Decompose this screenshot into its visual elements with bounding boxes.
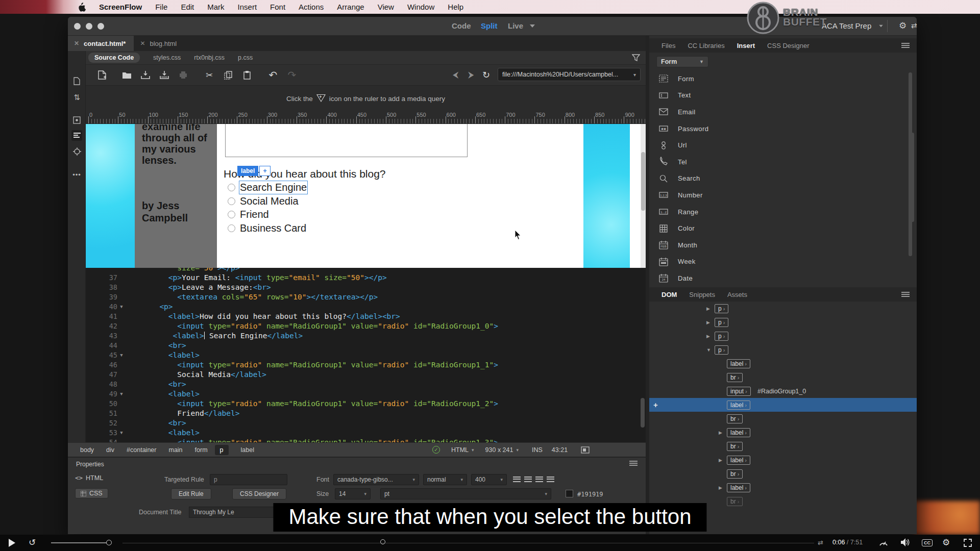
close-tab-icon[interactable]: ✕ xyxy=(140,40,145,47)
collapse-arrow-icon[interactable]: ▼ xyxy=(706,347,711,353)
dom-node-p[interactable]: ▼p xyxy=(649,343,917,357)
code-view[interactable]: size="50"></p>37 <p>Your Email: <input t… xyxy=(86,268,646,442)
close-tab-icon[interactable]: ✕ xyxy=(74,40,79,47)
insert-item-number[interactable]: 1,2,3Number xyxy=(649,187,917,204)
tag-selector-main[interactable]: main xyxy=(168,446,182,454)
insert-item-search[interactable]: Search xyxy=(649,170,917,187)
menu-mark[interactable]: Mark xyxy=(207,3,224,11)
dom-node-label[interactable]: label xyxy=(649,357,917,370)
radio-option-row[interactable]: Social Media xyxy=(228,195,299,207)
view-mode-live[interactable]: Live xyxy=(508,21,523,30)
code-line[interactable]: 51 Friend</label> xyxy=(86,409,646,418)
expand-arrow-icon[interactable]: ▶ xyxy=(706,320,710,325)
design-view[interactable]: examine lifethrough all ofmy variouslens… xyxy=(86,124,646,268)
label-tag-badge[interactable]: label + xyxy=(237,166,271,176)
settings-gear-icon[interactable]: ⚙ xyxy=(899,20,906,31)
insert-item-date[interactable]: 24Date xyxy=(649,270,917,287)
replay-icon[interactable]: ↺ xyxy=(29,537,36,548)
copy-icon[interactable] xyxy=(223,69,234,81)
font-family-combo[interactable]: canada-type-gibso... ▾ xyxy=(333,474,419,485)
code-line[interactable]: 49▼ <label> xyxy=(86,389,646,399)
volume-slider-track[interactable] xyxy=(51,542,109,543)
horizontal-ruler[interactable]: 0501001502002503003504004505005506006507… xyxy=(86,111,646,124)
fold-arrow-icon[interactable]: ▼ xyxy=(117,389,126,399)
code-line[interactable]: 50 <input type="radio" name="RadioGroup1… xyxy=(86,399,646,409)
minimize-window-button[interactable] xyxy=(86,23,92,30)
menu-window[interactable]: Window xyxy=(407,3,434,11)
insert-item-text[interactable]: Text xyxy=(649,87,917,104)
expand-arrow-icon[interactable]: ▶ xyxy=(706,306,710,311)
paste-icon[interactable] xyxy=(241,69,253,81)
insert-item-url[interactable]: Url xyxy=(649,137,917,154)
tag-selector-p[interactable]: p xyxy=(215,445,229,455)
panel-tab-dom[interactable]: DOM xyxy=(662,291,677,298)
dom-node-p[interactable]: ▶p xyxy=(649,329,917,343)
save-all-icon[interactable] xyxy=(159,69,170,81)
insert-item-range[interactable]: 1...2Range xyxy=(649,204,917,220)
insert-item-form[interactable]: Form xyxy=(649,70,917,87)
panel-tab-assets[interactable]: Assets xyxy=(727,291,747,298)
fold-arrow-icon[interactable]: ▼ xyxy=(117,302,126,312)
panel-divider[interactable] xyxy=(646,36,649,534)
fold-arrow-icon[interactable]: ▼ xyxy=(117,428,126,438)
live-view-icon[interactable] xyxy=(71,115,82,126)
code-line[interactable]: 54 <input type="radio" name="RadioGroup1… xyxy=(86,438,646,442)
code-line[interactable]: 48 <br> xyxy=(86,380,646,389)
align-left-icon[interactable] xyxy=(513,477,521,482)
panel-tab-insert[interactable]: Insert xyxy=(737,42,755,49)
dom-panel-menu-icon[interactable] xyxy=(901,292,910,297)
code-line[interactable]: 44 <br> xyxy=(86,341,646,350)
insert-item-month[interactable]: FEBMonth xyxy=(649,237,917,254)
code-line[interactable]: 47 Social Media</label> xyxy=(86,370,646,380)
targeted-rule-combo[interactable]: p xyxy=(210,474,287,485)
code-line[interactable]: size="50"></p> xyxy=(86,268,646,273)
timeline-marker[interactable] xyxy=(380,539,385,544)
document-url-field[interactable]: file:///Macintosh%20HD/Users/campbel... … xyxy=(498,68,641,81)
text-color-swatch[interactable] xyxy=(566,490,573,497)
code-line[interactable]: 46 <input type="radio" name="RadioGroup1… xyxy=(86,360,646,370)
apple-icon[interactable] xyxy=(78,3,86,12)
dom-node-label[interactable]: ▶label xyxy=(649,453,917,467)
panel-tab-files[interactable]: Files xyxy=(662,42,675,49)
sync-icon[interactable]: ⇄ xyxy=(911,21,917,30)
filter-funnel-icon[interactable] xyxy=(632,54,640,61)
doc-tab-contact[interactable]: ✕ contact.html* xyxy=(68,36,134,51)
volume-slider-knob[interactable] xyxy=(106,540,112,545)
dom-node-br[interactable]: br xyxy=(649,412,917,425)
menu-file[interactable]: File xyxy=(155,3,167,11)
tag-selector-form[interactable]: form xyxy=(195,446,208,454)
cut-icon[interactable]: ✂ xyxy=(204,69,215,81)
dom-node-input-radiogroup[interactable]: input#RadioGroup1_0 xyxy=(649,384,917,398)
expand-arrow-icon[interactable]: ▶ xyxy=(706,334,710,339)
open-folder-icon[interactable] xyxy=(121,69,132,81)
dom-node-label[interactable]: +label xyxy=(649,398,917,412)
code-line[interactable]: 43 <label> Search Engine</label> xyxy=(86,331,646,341)
insert-item-password[interactable]: ✱✱Password xyxy=(649,120,917,137)
related-file-styles-css[interactable]: styles.css xyxy=(153,54,181,61)
insert-item-week[interactable]: Week xyxy=(649,254,917,270)
more-options-icon[interactable]: ••• xyxy=(71,169,82,180)
tag-selector-label[interactable]: label xyxy=(241,446,254,454)
align-center-icon[interactable] xyxy=(524,477,532,482)
add-element-icon[interactable]: + xyxy=(653,400,658,409)
expand-arrow-icon[interactable]: ▶ xyxy=(719,430,722,435)
tag-selector-div[interactable]: div xyxy=(106,446,114,454)
panel-tab-snippets[interactable]: Snippets xyxy=(689,291,715,298)
dom-node-label[interactable]: ▶label xyxy=(649,425,917,439)
edit-rule-button[interactable]: Edit Rule xyxy=(171,488,211,499)
insert-item-email[interactable]: Email xyxy=(649,104,917,120)
format-lines-icon[interactable] xyxy=(71,130,82,141)
label-badge-plus-button[interactable]: + xyxy=(259,166,271,176)
doc-tab-blog[interactable]: ✕ blog.html xyxy=(134,36,185,51)
menu-insert[interactable]: Insert xyxy=(238,3,257,11)
size-unit-combo[interactable]: pt ▾ xyxy=(380,488,551,499)
refresh-icon[interactable]: ↻ xyxy=(482,69,490,81)
file-panel-icon[interactable] xyxy=(71,76,82,86)
dom-node-label[interactable]: ▶label xyxy=(649,481,917,494)
code-line[interactable]: 53▼ <label> xyxy=(86,428,646,438)
url-dropdown-caret[interactable]: ▾ xyxy=(633,72,636,78)
radio-button[interactable] xyxy=(228,184,235,191)
live-dropdown-caret[interactable] xyxy=(530,24,535,28)
target-icon[interactable] xyxy=(71,146,82,157)
dom-node-p[interactable]: ▶p xyxy=(649,302,917,315)
